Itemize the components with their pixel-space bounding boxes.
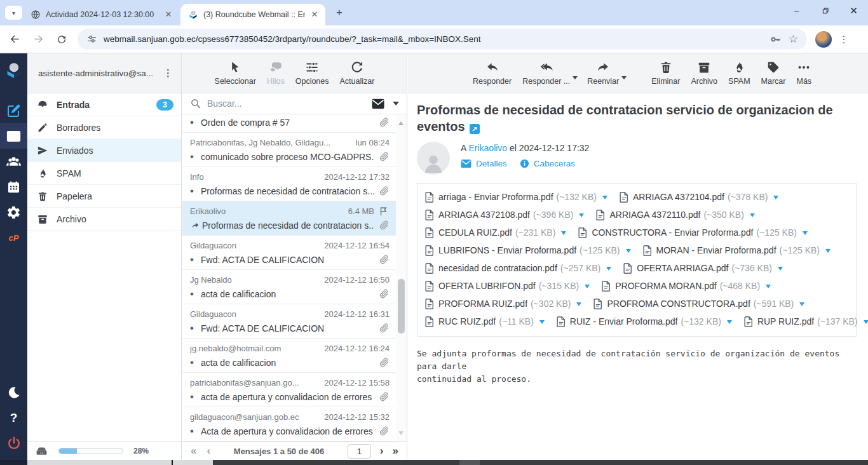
mail-reply-button[interactable]: Responder bbox=[473, 60, 512, 93]
attachment-menu-caret-icon[interactable] bbox=[606, 267, 611, 273]
next-page-button[interactable]: › bbox=[380, 443, 384, 459]
rail-help-button[interactable]: ? bbox=[0, 405, 27, 431]
attachment-menu-caret-icon[interactable] bbox=[539, 320, 545, 327]
browser-forward-button[interactable] bbox=[29, 30, 47, 48]
open-in-new-window-icon[interactable]: ↗ bbox=[470, 124, 480, 134]
mail-tag-button[interactable]: Marcar bbox=[761, 60, 786, 93]
window-restore-button[interactable] bbox=[811, 0, 839, 21]
attachment-item[interactable]: ARRIAGA 4372104.pdf(~378 KB) bbox=[620, 188, 778, 206]
attachment-item[interactable]: PROFORMA MORAN.pdf(~468 KB) bbox=[602, 277, 771, 295]
headers-link[interactable]: Cabeceras bbox=[520, 159, 575, 168]
list-refresh-button[interactable]: Actualizar bbox=[340, 60, 375, 93]
tab-close-icon[interactable]: ✕ bbox=[309, 9, 320, 20]
last-page-button[interactable]: » bbox=[393, 443, 398, 459]
scroll-up-icon[interactable] bbox=[398, 119, 403, 125]
rail-compose-button[interactable] bbox=[0, 98, 27, 123]
search-options-caret-icon[interactable] bbox=[393, 102, 399, 109]
message-row[interactable]: Jg Nebaldo2024-12-12 16:50•acta de calif… bbox=[182, 270, 396, 304]
attachment-item[interactable]: arriaga - Enviar Proforma.pdf(~132 KB) bbox=[425, 188, 607, 206]
site-settings-icon[interactable] bbox=[86, 34, 97, 44]
attachment-menu-caret-icon[interactable] bbox=[602, 196, 607, 202]
scroll-down-icon[interactable] bbox=[398, 431, 403, 438]
browser-reload-button[interactable] bbox=[53, 30, 71, 48]
browser-menu-icon[interactable]: ⋮ bbox=[837, 34, 850, 45]
password-key-icon[interactable] bbox=[770, 33, 782, 46]
mail-trash-button[interactable]: Eliminar bbox=[651, 60, 680, 93]
window-minimize-button[interactable]: – bbox=[782, 0, 811, 21]
rail-calendar-button[interactable] bbox=[0, 174, 27, 199]
url-text[interactable]: webmail.sanjuan.gob.ec/cpsess6773850452/… bbox=[104, 34, 763, 44]
recipient-link[interactable]: Erikaolivo bbox=[468, 143, 507, 153]
attachment-item[interactable]: RUP RUIZ.pdf(~137 KB) bbox=[744, 313, 868, 330]
tab-close-icon[interactable]: ✕ bbox=[163, 9, 174, 20]
page-number-input[interactable] bbox=[348, 444, 371, 459]
browser-tab-2-active[interactable]: (3) Roundcube Webmail :: Envia ✕ bbox=[180, 4, 325, 25]
search-scope-envelope-icon[interactable] bbox=[371, 98, 385, 109]
new-tab-button[interactable]: + bbox=[332, 6, 347, 21]
list-options-button[interactable]: Opciones bbox=[295, 60, 329, 93]
browser-profile-avatar[interactable] bbox=[815, 31, 832, 48]
dropdown-caret-icon[interactable] bbox=[573, 76, 578, 82]
account-menu-icon[interactable]: ⋮ bbox=[159, 67, 177, 79]
list-scrollbar[interactable] bbox=[396, 115, 407, 441]
mail-forward-button[interactable]: Reenviar bbox=[587, 60, 619, 93]
list-cursor-button[interactable]: Seleccionar bbox=[215, 60, 256, 93]
attachment-menu-caret-icon[interactable] bbox=[799, 302, 804, 309]
attachment-item[interactable]: MORAN - Enviar Proforma.pdf(~125 KB) bbox=[643, 241, 831, 259]
attachment-item[interactable]: PROFORMA RUIZ.pdf(~302 KB) bbox=[425, 295, 581, 313]
details-link[interactable]: Detalles bbox=[461, 159, 507, 168]
message-row[interactable]: jg.nebaldo@hotmail.com2024-12-12 16:24•a… bbox=[182, 339, 396, 373]
address-bar[interactable]: webmail.sanjuan.gob.ec/cpsess6773850452/… bbox=[78, 29, 807, 50]
mail-replyall-button[interactable]: Responder ... bbox=[522, 60, 570, 93]
attachment-item[interactable]: RUIZ - Enviar Proforma.pdf(~132 KB) bbox=[557, 313, 732, 330]
rail-contacts-button[interactable] bbox=[0, 149, 27, 174]
bookmark-star-icon[interactable]: ☆ bbox=[789, 34, 798, 44]
attachment-item[interactable]: PROFROMA CONSTRUCTORA.pdf(~591 KB) bbox=[593, 295, 804, 313]
mail-flame-button[interactable]: SPAM bbox=[728, 60, 750, 93]
dropdown-caret-icon[interactable] bbox=[621, 76, 627, 82]
attachment-item[interactable]: ARRIAGA 4372108.pdf(~396 KB) bbox=[425, 206, 584, 224]
sidebar-folder-entrada[interactable]: Entrada3 bbox=[27, 93, 181, 116]
attachment-item[interactable]: RUC RUIZ.pdf(~11 KB) bbox=[425, 313, 545, 330]
sidebar-folder-enviados[interactable]: Enviados bbox=[27, 139, 181, 162]
sidebar-folder-papelera[interactable]: Papelera bbox=[27, 185, 181, 208]
sidebar-folder-spam[interactable]: SPAM bbox=[27, 162, 181, 185]
window-close-button[interactable]: ✕ bbox=[839, 0, 868, 21]
rail-logout-button[interactable] bbox=[0, 431, 27, 456]
attachment-menu-caret-icon[interactable] bbox=[585, 285, 590, 291]
attachment-menu-caret-icon[interactable] bbox=[561, 231, 566, 238]
attachment-item[interactable]: CONSTRUCTORA - Enviar Proforma.pdf(~125 … bbox=[578, 224, 808, 241]
attachment-menu-caret-icon[interactable] bbox=[750, 213, 755, 220]
message-row[interactable]: Gildaguacon2024-12-12 16:54•Fwd: ACTA DE… bbox=[182, 236, 396, 270]
message-row[interactable]: gildaguacon@sanjuan.gob.ec2024-12-12 15:… bbox=[182, 407, 396, 441]
sidebar-folder-borradores[interactable]: Borradores bbox=[27, 116, 181, 139]
tab-search-button[interactable]: ▾ bbox=[5, 6, 22, 20]
mail-archive-button[interactable]: Archivo bbox=[691, 60, 717, 93]
rail-settings-button[interactable] bbox=[0, 199, 27, 225]
attachment-menu-caret-icon[interactable] bbox=[773, 196, 778, 202]
attachment-menu-caret-icon[interactable] bbox=[579, 213, 584, 220]
rail-darkmode-button[interactable] bbox=[0, 380, 27, 405]
attachment-menu-caret-icon[interactable] bbox=[864, 320, 868, 327]
rail-mail-button[interactable] bbox=[0, 123, 27, 149]
attachment-item[interactable]: necesidad de contratacion.pdf(~257 KB) bbox=[425, 259, 611, 277]
attachment-item[interactable]: OFERTA ARRIAGA.pdf(~736 KB) bbox=[623, 259, 783, 277]
attachment-item[interactable]: OFERTA LUBRIFON.pdf(~315 KB) bbox=[425, 277, 590, 295]
browser-tab-1[interactable]: Actividad 2024-12-03 12:30:00 ✕ bbox=[23, 4, 179, 25]
scrollbar-thumb[interactable] bbox=[398, 279, 405, 334]
message-row[interactable]: Info2024-12-12 17:32•Proformas de necesi… bbox=[182, 167, 396, 201]
attachment-menu-caret-icon[interactable] bbox=[825, 249, 831, 255]
message-row[interactable]: patriciabonifas@sanjuan.go...2024-12-12 … bbox=[182, 373, 396, 407]
attachment-menu-caret-icon[interactable] bbox=[727, 320, 732, 327]
message-row[interactable]: Erikaolivo6.4 MBProformas de necesidad d… bbox=[182, 201, 396, 236]
attachment-menu-caret-icon[interactable] bbox=[778, 267, 783, 273]
sidebar-folder-archivo[interactable]: Archivo bbox=[27, 208, 181, 231]
first-page-button[interactable]: « bbox=[191, 443, 196, 459]
browser-back-button[interactable] bbox=[6, 30, 24, 48]
attachment-menu-caret-icon[interactable] bbox=[803, 231, 808, 238]
attachment-menu-caret-icon[interactable] bbox=[766, 285, 771, 291]
message-row[interactable]: •Orden de compra # 57 bbox=[182, 115, 396, 133]
message-row[interactable]: Patriciabonifas, Jg Nebaldo, Gildagu...l… bbox=[182, 133, 396, 167]
attachment-item[interactable]: CEDULA RUIZ.pdf(~231 KB) bbox=[425, 224, 566, 241]
attachment-item[interactable]: LUBRIFONS - Enviar Proforma.pdf(~125 KB) bbox=[425, 241, 631, 259]
